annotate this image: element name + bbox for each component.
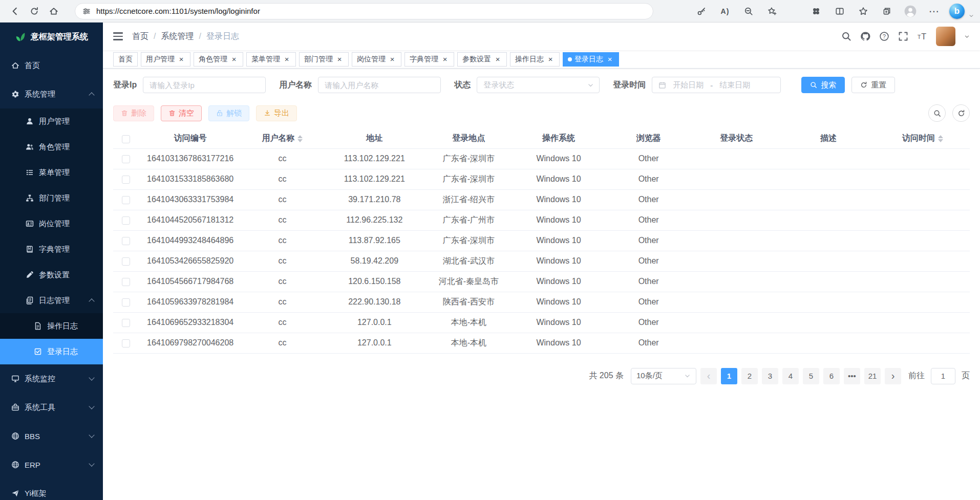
row-checkbox[interactable] [122, 298, 130, 307]
sidebar-item-operation-log[interactable]: 操作日志 [0, 313, 103, 339]
close-icon[interactable]: × [441, 55, 449, 63]
sidebar-item-system-mgmt[interactable]: 系统管理 [0, 80, 103, 108]
sidebar-item-erp[interactable]: ERP [0, 450, 103, 479]
close-icon[interactable]: × [335, 55, 344, 63]
page-size-select[interactable]: 10条/页 [631, 368, 696, 384]
tab[interactable]: 用户管理 × [141, 52, 190, 67]
github-icon[interactable] [860, 31, 870, 41]
close-icon[interactable]: × [230, 55, 238, 63]
row-checkbox[interactable] [122, 176, 130, 184]
sidebar-item-bbs[interactable]: BBS [0, 422, 103, 450]
font-size-icon[interactable] [917, 31, 927, 41]
clear-button[interactable]: 清空 [161, 105, 202, 121]
browser-profile-button[interactable] [902, 3, 919, 20]
split-screen-icon[interactable] [832, 3, 848, 20]
sidebar-item-menu-mgmt[interactable]: 菜单管理 [0, 160, 103, 185]
browser-refresh-button[interactable] [25, 2, 44, 20]
bing-button[interactable]: b [949, 4, 965, 19]
reset-button[interactable]: 重置 [851, 77, 895, 93]
tab[interactable]: 登录日志 × [563, 52, 619, 67]
sidebar-item-role-mgmt[interactable]: 角色管理 [0, 134, 103, 160]
tab[interactable]: 角色管理 × [194, 52, 243, 67]
select-all-checkbox[interactable] [122, 135, 130, 143]
sidebar-item-log-mgmt[interactable]: 日志管理 [0, 288, 103, 313]
help-icon[interactable] [879, 31, 889, 41]
read-aloud-icon[interactable]: A) [717, 3, 733, 20]
hamburger-menu-icon[interactable] [113, 32, 123, 40]
close-icon[interactable]: × [177, 55, 185, 63]
search-button[interactable]: 搜索 [801, 77, 845, 93]
tab[interactable]: 岗位管理 × [352, 52, 401, 67]
sidebar-item-param-settings[interactable]: 参数设置 [0, 262, 103, 288]
page-button[interactable]: 5 [803, 368, 819, 384]
export-button[interactable]: 导出 [256, 105, 297, 121]
tab[interactable]: 参数设置 × [457, 52, 507, 67]
unlock-button[interactable]: 解锁 [208, 105, 249, 121]
sort-desc-icon[interactable] [938, 139, 943, 142]
sidebar-item-post-mgmt[interactable]: 岗位管理 [0, 211, 103, 236]
status-select[interactable]: 登录状态 [477, 77, 600, 93]
row-checkbox[interactable] [122, 155, 130, 163]
refresh-table-button[interactable] [952, 104, 970, 122]
page-button[interactable]: ••• [844, 368, 860, 384]
chevron-down-icon[interactable] [964, 34, 970, 39]
username-input[interactable] [318, 77, 441, 93]
breadcrumb-system-mgmt[interactable]: 系统管理 [161, 31, 194, 42]
page-button[interactable]: 4 [782, 368, 799, 384]
login-ip-input[interactable] [143, 77, 266, 93]
page-button[interactable]: 21 [864, 368, 881, 384]
chevron-down-icon[interactable] [969, 13, 974, 18]
sidebar-item-yi-framework[interactable]: Yi框架 [0, 479, 103, 500]
sort-carets[interactable] [938, 135, 943, 142]
add-favorite-icon[interactable] [764, 3, 780, 20]
close-icon[interactable]: × [546, 55, 555, 63]
date-range-picker[interactable]: 开始日期 - 结束日期 [652, 77, 781, 93]
tab[interactable]: 操作日志 × [510, 52, 560, 67]
row-checkbox[interactable] [122, 319, 130, 327]
address-bar[interactable]: https://ccnetcore.com:1101/system/log/lo… [75, 3, 653, 19]
sort-asc-icon[interactable] [297, 135, 303, 138]
sort-desc-icon[interactable] [297, 139, 303, 142]
close-icon[interactable]: × [606, 55, 614, 63]
browser-essentials-icon[interactable] [808, 3, 824, 20]
tab[interactable]: 字典管理 × [404, 52, 454, 67]
close-icon[interactable]: × [388, 55, 396, 63]
fullscreen-icon[interactable] [898, 31, 908, 41]
tab[interactable]: 部门管理 × [299, 52, 349, 67]
next-page-button[interactable]: › [885, 368, 901, 384]
prev-page-button[interactable]: ‹ [700, 368, 717, 384]
breadcrumb-home[interactable]: 首页 [132, 31, 148, 42]
goto-page-input[interactable] [931, 368, 955, 384]
sort-asc-icon[interactable] [938, 135, 943, 138]
page-button[interactable]: 2 [741, 368, 758, 384]
row-checkbox[interactable] [122, 216, 130, 225]
page-button[interactable]: 3 [762, 368, 778, 384]
page-button[interactable]: 1 [721, 368, 737, 384]
sidebar-item-home[interactable]: 首页 [0, 51, 103, 80]
browser-home-button[interactable] [44, 2, 63, 20]
page-button[interactable]: 6 [823, 368, 840, 384]
browser-menu-button[interactable]: ⋯ [926, 3, 942, 20]
row-checkbox[interactable] [122, 237, 130, 245]
sidebar-item-system-monitor[interactable]: 系统监控 [0, 364, 103, 393]
sidebar-item-dict-mgmt[interactable]: 字典管理 [0, 236, 103, 262]
zoom-out-icon[interactable] [740, 3, 757, 20]
password-key-icon[interactable] [693, 3, 710, 20]
favorites-icon[interactable] [855, 3, 871, 20]
sidebar-item-dept-mgmt[interactable]: 部门管理 [0, 185, 103, 211]
sidebar-item-user-mgmt[interactable]: 用户管理 [0, 108, 103, 134]
sidebar-item-login-log[interactable]: 登录日志 [0, 339, 103, 364]
browser-back-button[interactable] [5, 2, 25, 20]
row-checkbox[interactable] [122, 257, 130, 266]
row-checkbox[interactable] [122, 196, 130, 204]
collections-icon[interactable] [879, 3, 895, 20]
sort-carets[interactable] [297, 135, 303, 142]
row-checkbox[interactable] [122, 278, 130, 286]
sidebar-item-system-tools[interactable]: 系统工具 [0, 393, 103, 422]
close-icon[interactable]: × [494, 55, 502, 63]
close-icon[interactable]: × [283, 55, 291, 63]
delete-button[interactable]: 删除 [113, 105, 154, 121]
row-checkbox[interactable] [122, 339, 130, 347]
avatar[interactable] [936, 27, 955, 46]
search-icon[interactable] [841, 31, 851, 41]
